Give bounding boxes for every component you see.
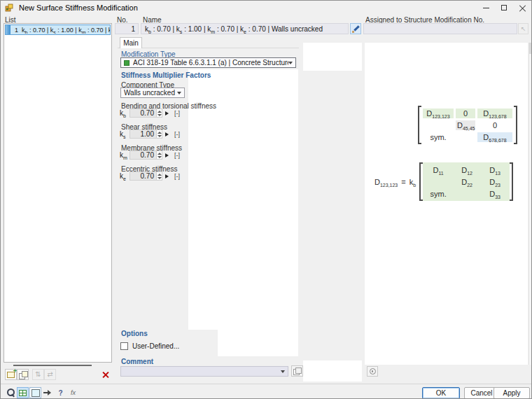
comment-section-label: Comment [121,358,153,365]
dialog-window: New Surface Stiffness Modification List … [0,0,532,399]
factor-value: 0.70 [130,172,156,180]
maximize-button[interactable] [495,1,513,15]
comment-input[interactable] [120,366,288,377]
stiffness-matrix: D123,1230D123,678D45,450sym.D678,678 [418,106,517,144]
user-defined-checkbox[interactable] [120,342,128,350]
unit-label: [-] [174,110,180,117]
matrix-cell [424,181,452,183]
shear-stiffness-input[interactable]: 1.00 [130,130,162,139]
expand-values-button[interactable] [165,130,172,138]
expand-values-button[interactable] [165,109,172,117]
spinner[interactable] [156,109,162,117]
matrix-cell [452,193,482,195]
matrix-cell: D13 [482,165,508,175]
no-field[interactable]: 1 [115,23,139,34]
matrix-equation: D123,123 = kb D11D12D13D22D23sym.D33 [374,162,513,201]
function-button[interactable]: fx [67,387,79,398]
apply-button[interactable]: Apply [493,387,530,399]
name-field[interactable]: kb : 0.70 | ks : 1.00 | km : 0.70 | ke :… [141,23,349,34]
help-button[interactable]: ? [55,387,66,398]
sort-button[interactable]: ⇄ [44,369,56,380]
new-item-icon [7,372,15,378]
matrix-cell: D45,45 [456,120,475,130]
comment-presets-button[interactable] [291,365,303,377]
triangle-right-icon [165,132,169,136]
delete-item-icon [102,371,109,379]
matrix-cell: D123,123 [423,108,454,118]
membrane-stiffness-input[interactable]: 0.70 [130,150,162,160]
units-settings-button[interactable] [367,366,378,377]
bracket-right [510,162,513,201]
minimize-button[interactable] [477,1,495,15]
matrix-cell: D678,678 [477,132,512,142]
scrollbar[interactable] [528,43,532,365]
list-item-number: 1 [15,27,18,34]
spinner[interactable] [156,151,162,159]
component-type-select[interactable]: Walls uncracked [120,88,185,98]
matrix-cell [456,136,475,138]
list-splitter[interactable] [13,365,92,366]
expand-values-button[interactable] [165,151,172,159]
factor-symbol: ke [120,172,130,180]
assign-to-button[interactable] [42,387,54,398]
ok-button[interactable]: OK [422,387,460,399]
list-item[interactable]: 1 kb : 0.70 | ks : 1.00 | km : 0.70 | ke… [5,24,111,35]
eccentric-stiffness-input[interactable]: 0.70 [130,172,162,181]
sort-icon: ⇄ [47,371,52,378]
eccentric-stiffness-row: ke 0.70 [-] [120,172,180,181]
app-icon [5,4,13,12]
bending-stiffness-input[interactable]: 0.70 [130,108,162,118]
expand-values-button[interactable] [165,172,172,180]
matrix-cell: D11 [424,165,452,175]
close-button[interactable] [513,1,531,15]
assign-to-icon [43,389,52,396]
window-title: New Surface Stiffness Modification [19,4,138,12]
renumber-button[interactable]: ⇅ [32,369,44,380]
matrix-cell: D12 [452,165,482,175]
copy-item-button[interactable] [17,369,29,380]
stiffness-section-label: Stiffness Multiplier Factors [121,71,211,79]
factor-value: 1.00 [130,130,156,138]
scrollbar-thumb[interactable] [529,43,532,54]
matrix-cell: 0 [477,120,512,130]
spinner[interactable] [156,130,162,138]
new-item-button[interactable] [5,369,17,380]
assigned-field[interactable] [363,23,517,34]
spin-up-icon [158,132,162,134]
matrix-cell: D23 [482,177,508,187]
apply-label: Apply [503,389,520,397]
pick-assigned-icon: ↖ [521,25,526,32]
delete-item-button[interactable] [99,369,111,380]
chevron-down-icon [177,92,181,94]
minimize-icon [483,8,489,8]
unit-label: [-] [174,173,180,180]
spin-down-icon [158,156,162,158]
factor-symbol: ks [120,130,130,138]
color-swatch-button[interactable] [29,387,41,398]
chevron-down-icon [288,62,293,64]
matrix-preview-panel [365,43,528,365]
edit-name-button[interactable] [350,23,361,34]
no-value: 1 [131,25,135,33]
stiffness-matrix-grid: D123,1230D123,678D45,450sym.D678,678 [421,106,514,144]
equation-lhs: D123,123 [374,178,398,186]
bracket-right [514,106,517,144]
tab-main[interactable]: Main [120,37,142,48]
factor-symbol: kb [120,109,130,117]
table-view-icon [19,390,27,396]
membrane-stiffness-row: km 0.70 [-] [120,150,180,160]
table-view-button[interactable] [17,387,29,398]
factor-value: 0.70 [130,151,156,159]
pick-assigned-button[interactable]: ↖ [518,23,528,34]
matrix-cell [423,125,454,126]
tab-strip-line [118,48,299,48]
spin-up-icon [158,111,162,113]
modification-type-select[interactable]: ACI 318-19 Table 6.6.3.1.1 (a) | Concret… [120,57,296,68]
pointer-mode-button[interactable] [4,387,16,398]
user-defined-label[interactable]: User-Defined... [132,342,179,350]
spin-down-icon [158,114,162,116]
triangle-right-icon [165,153,169,158]
titlebar: New Surface Stiffness Modification [1,1,531,15]
bending-stiffness-row: kb 0.70 [-] [120,108,180,118]
spinner[interactable] [156,172,162,180]
